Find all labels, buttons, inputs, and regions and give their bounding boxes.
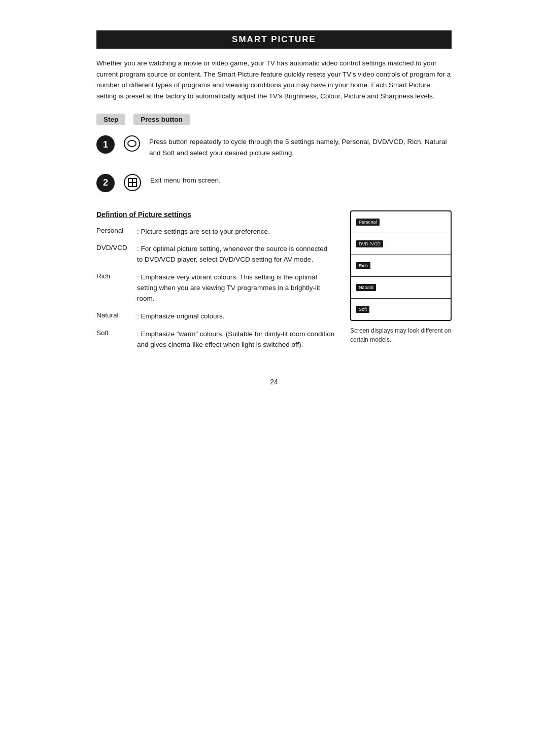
def-desc-soft: : Emphasize “warm” colours. (Suitable fo… bbox=[137, 329, 335, 350]
def-row-personal: Personal : Picture settings are set to y… bbox=[96, 227, 335, 237]
steps-container: 1 Press button repeatedly to cycle throu… bbox=[96, 134, 452, 192]
def-term-rich: Rich bbox=[96, 272, 132, 280]
oval-icon bbox=[124, 135, 140, 152]
press-button-label: Press button bbox=[133, 114, 190, 125]
definition-left: Defintion of Picture settings Personal :… bbox=[96, 210, 335, 357]
tv-label-soft: Soft bbox=[356, 306, 369, 313]
page: SMART PICTURE Whether you are watching a… bbox=[76, 0, 472, 416]
intro-text: Whether you are watching a movie or vide… bbox=[96, 58, 452, 101]
tv-menu-item-personal: Personal bbox=[351, 211, 451, 233]
tv-label-natural: Natural bbox=[356, 284, 376, 291]
step-number-2: 2 bbox=[96, 174, 115, 192]
tv-menu-item-rich: Rich bbox=[351, 255, 451, 277]
def-term-personal: Personal bbox=[96, 227, 132, 234]
tv-menu-item-soft: Soft bbox=[351, 299, 451, 320]
step-label: Step bbox=[96, 114, 125, 125]
step-row-1: 1 Press button repeatedly to cycle throu… bbox=[96, 134, 452, 158]
step-row-2: 2 Exit menu from screen. bbox=[96, 173, 452, 192]
def-desc-rich: : Emphasize very vibrant colours. This s… bbox=[137, 272, 335, 304]
tv-menu-item-dvdvcd: DVD /VCD bbox=[351, 233, 451, 255]
step-number-1: 1 bbox=[96, 135, 115, 154]
def-term-soft: Soft bbox=[96, 329, 132, 337]
page-number: 24 bbox=[96, 378, 452, 386]
menu-grid-icon bbox=[128, 178, 137, 187]
smart-picture-button-icon bbox=[124, 135, 140, 152]
def-term-dvdvcd: DVD/VCD bbox=[96, 244, 132, 251]
step-2-text: Exit menu from screen. bbox=[150, 173, 221, 186]
def-row-natural: Natural : Emphasize original colours. bbox=[96, 311, 335, 322]
step-1-text: Press button repeatedly to cycle through… bbox=[149, 134, 452, 158]
tv-menu-item-natural: Natural bbox=[351, 277, 451, 299]
tv-label-personal: Personal bbox=[356, 219, 380, 226]
menu-icon bbox=[124, 174, 141, 191]
def-desc-natural: : Emphasize original colours. bbox=[137, 311, 335, 322]
screen-caption: Screen displays may look different on ce… bbox=[350, 326, 452, 344]
menu-button-icon bbox=[124, 174, 141, 191]
def-row-soft: Soft : Emphasize “warm” colours. (Suitab… bbox=[96, 329, 335, 350]
def-row-dvdvcd: DVD/VCD : For optimal picture setting, w… bbox=[96, 244, 335, 265]
tv-screen-panel: Personal DVD /VCD Rich Natural Soft Scre… bbox=[350, 210, 452, 357]
tv-label-dvdvcd: DVD /VCD bbox=[356, 240, 383, 247]
tv-screen: Personal DVD /VCD Rich Natural Soft bbox=[350, 210, 452, 321]
def-desc-personal: : Picture settings are set to your prefe… bbox=[137, 227, 335, 237]
def-desc-dvdvcd: : For optimal picture setting, whenever … bbox=[137, 244, 335, 265]
def-term-natural: Natural bbox=[96, 311, 132, 319]
tv-label-rich: Rich bbox=[356, 262, 370, 269]
step-header: Step Press button bbox=[96, 114, 452, 125]
def-row-rich: Rich : Emphasize very vibrant colours. T… bbox=[96, 272, 335, 304]
section-title: SMART PICTURE bbox=[96, 30, 452, 49]
definition-table: Personal : Picture settings are set to y… bbox=[96, 227, 335, 350]
definition-title: Defintion of Picture settings bbox=[96, 210, 335, 219]
definition-section: Defintion of Picture settings Personal :… bbox=[96, 210, 452, 357]
